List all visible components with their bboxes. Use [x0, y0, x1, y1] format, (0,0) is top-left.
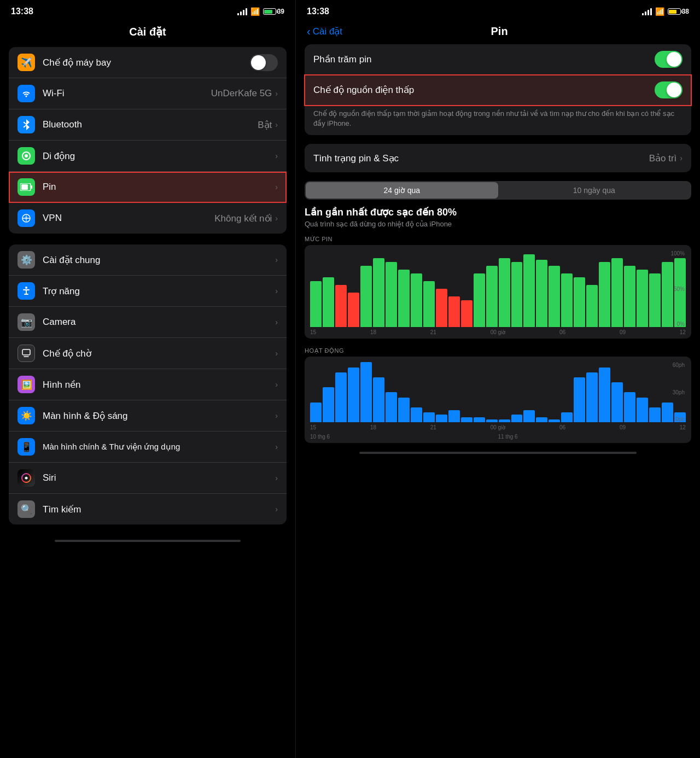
- activity-bar: [662, 403, 673, 423]
- activity-bar: [637, 398, 648, 423]
- battery-bar: [436, 289, 447, 327]
- battery-x-labels: 15 18 21 00 giờ 06 09 12: [310, 327, 686, 335]
- battery-bar: [411, 273, 422, 327]
- activity-bar: [486, 419, 498, 423]
- battery-bar: [461, 300, 472, 327]
- cellular-item[interactable]: Di động ›: [9, 141, 287, 172]
- svg-rect-4: [31, 185, 33, 189]
- svg-rect-3: [21, 184, 28, 190]
- activity-bar: [461, 417, 472, 422]
- activity-bar: [586, 372, 598, 423]
- activity-bar: [599, 368, 610, 423]
- tab-10d[interactable]: 10 ngày qua: [498, 182, 691, 199]
- left-status-bar: 13:38 📶 39: [0, 0, 295, 21]
- right-wifi-icon: 📶: [655, 7, 664, 16]
- battery-bar: [448, 296, 460, 327]
- svg-rect-8: [22, 349, 30, 355]
- back-button[interactable]: ‹ Cài đặt: [307, 25, 342, 38]
- search-chevron: ›: [275, 505, 278, 514]
- standby-icon: [18, 345, 35, 362]
- right-time: 13:38: [307, 7, 329, 16]
- vpn-value: Không kết nối: [214, 213, 272, 224]
- battery-bar: [674, 258, 686, 327]
- activity-bar: [398, 398, 410, 423]
- right-panel: 13:38 📶 38 ‹ Cài đặt Pin: [295, 0, 700, 758]
- activity-bar: [511, 415, 523, 423]
- activity-bar: [549, 419, 560, 423]
- battery-bar: [536, 260, 547, 327]
- battery-bar: [599, 262, 610, 327]
- cellular-label: Di động: [43, 150, 275, 162]
- wallpaper-item[interactable]: 🖼️ Hình nền ›: [9, 369, 287, 400]
- airplane-toggle[interactable]: [250, 54, 278, 71]
- battery-bar: [586, 285, 598, 327]
- airplane-label: Chế độ máy bay: [43, 57, 250, 68]
- activity-bar: [674, 412, 686, 422]
- tab-24h[interactable]: 24 giờ qua: [306, 182, 498, 199]
- standby-item[interactable]: Chế độ chờ ›: [9, 338, 287, 369]
- general-icon: ⚙️: [18, 251, 35, 269]
- battery-bar: [523, 254, 535, 327]
- search-item[interactable]: 🔍 Tìm kiếm ›: [9, 494, 287, 524]
- battery-chart-bars: [310, 250, 686, 327]
- activity-x-labels: 15 18 21 00 giờ 06 09 12: [310, 422, 686, 430]
- camera-item[interactable]: 📷 Camera ›: [9, 307, 287, 338]
- activity-bar: [499, 419, 510, 423]
- right-battery-icon: 38: [668, 8, 689, 15]
- activity-bar: [386, 392, 397, 422]
- svg-point-1: [25, 154, 28, 158]
- left-group1: ✈️ Chế độ máy bay Wi-Fi UnDerKafe 5G › B…: [9, 47, 287, 234]
- battery-bar: [310, 281, 322, 327]
- wifi-item[interactable]: Wi-Fi UnDerKafe 5G ›: [9, 78, 287, 109]
- display-chevron: ›: [275, 411, 278, 420]
- accessibility-item[interactable]: Trợ năng ›: [9, 276, 287, 307]
- bluetooth-item[interactable]: Bluetooth Bật ›: [9, 109, 287, 141]
- battery-bar: [637, 270, 648, 327]
- activity-bar: [373, 377, 384, 423]
- battery-bar: [549, 266, 560, 327]
- wallpaper-label: Hình nền: [43, 379, 275, 390]
- cellular-chevron: ›: [275, 151, 278, 160]
- wallpaper-icon: 🖼️: [18, 376, 35, 393]
- battery-label: Pin: [43, 182, 275, 193]
- accessibility-icon: [18, 282, 35, 300]
- siri-item[interactable]: Siri ›: [9, 463, 287, 494]
- left-page-title: Cài đặt: [0, 21, 295, 47]
- battery-pct-toggle[interactable]: [655, 51, 682, 68]
- left-group2: ⚙️ Cài đặt chung › Trợ năng › 📷 Camera ›…: [9, 244, 287, 524]
- battery-pct-item[interactable]: Phần trăm pin: [305, 44, 691, 75]
- low-power-item[interactable]: Chế độ nguồn điện thấp: [305, 75, 691, 106]
- battery-health-item[interactable]: Tình trạng pin & Sạc Bảo trì ›: [305, 144, 691, 172]
- display-item[interactable]: ☀️ Màn hình & Độ sáng ›: [9, 400, 287, 432]
- battery-item[interactable]: Pin ›: [9, 172, 287, 203]
- battery-health-value: Bảo trì: [649, 153, 677, 164]
- homescreen-item[interactable]: 📱 Màn hình chính & Thư viện ứng dụng ›: [9, 432, 287, 463]
- battery-settings-icon: [18, 178, 35, 196]
- battery-bar: [348, 293, 359, 327]
- cellular-icon: [18, 147, 35, 165]
- activity-chart-section: HOẠT ĐỘNG 60ph 30ph 0ph 15 18 21: [305, 347, 691, 443]
- battery-bar: [360, 266, 372, 327]
- airplane-item[interactable]: ✈️ Chế độ máy bay: [9, 47, 287, 78]
- signal-icon: [237, 8, 247, 15]
- battery-bar: [511, 262, 523, 327]
- left-scroll-indicator: [55, 540, 241, 542]
- vpn-icon: [18, 209, 35, 227]
- bluetooth-label: Bluetooth: [43, 119, 258, 130]
- battery-level-chart-label: MỨC PIN: [305, 236, 691, 243]
- vpn-chevron: ›: [275, 214, 278, 223]
- vpn-item[interactable]: VPN Không kết nối ›: [9, 203, 287, 234]
- battery-level-chart: 100% 50% 0% 15 18 21 00 giờ 06 09 12: [305, 245, 691, 339]
- general-item[interactable]: ⚙️ Cài đặt chung ›: [9, 244, 287, 276]
- camera-chevron: ›: [275, 318, 278, 326]
- battery-bar: [474, 273, 485, 327]
- activity-chart-bars: [310, 362, 686, 422]
- low-power-toggle[interactable]: [655, 81, 682, 98]
- right-page-title: Pin: [342, 25, 656, 38]
- siri-label: Siri: [43, 473, 275, 483]
- siri-chevron: ›: [275, 474, 278, 482]
- camera-label: Camera: [43, 317, 275, 328]
- left-time: 13:38: [11, 7, 33, 16]
- wifi-settings-icon: [18, 85, 35, 102]
- activity-bar: [411, 407, 422, 423]
